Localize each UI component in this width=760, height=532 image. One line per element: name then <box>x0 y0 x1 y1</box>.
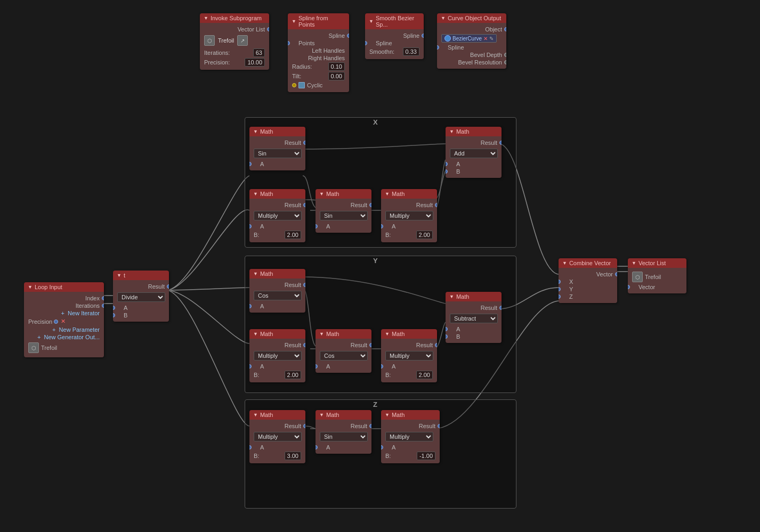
cyclic-checkbox[interactable] <box>298 82 305 88</box>
x-sin-node: ▼ Math Result Sin A <box>249 127 305 170</box>
new-param-row: + New Parameter <box>28 326 100 333</box>
vector-list-port <box>267 27 269 31</box>
t-divide-node: ▼ t Result Divide A B <box>113 271 169 322</box>
subprogram-icon[interactable]: ⬡ <box>204 35 215 46</box>
z-mult1-node: ▼ Math Result Multiply A B: 3.00 <box>249 410 305 463</box>
z-mult2-op[interactable]: Multiply <box>385 432 433 441</box>
link-icon[interactable]: ↗ <box>237 35 248 46</box>
index-row: Index <box>28 294 100 302</box>
x-sin-result-port <box>303 141 305 145</box>
vector-list-right-title: Vector List <box>638 260 666 266</box>
x-mult2-a-port <box>381 224 383 228</box>
x-add-node: ▼ Math Result Add A B <box>446 127 502 178</box>
smooth-spline-output: Spline <box>369 32 419 39</box>
y-subtract-result-port <box>499 306 502 310</box>
y-group-label: Y <box>373 257 378 265</box>
curve-spline-input: Spline <box>441 44 502 51</box>
x-mult1-op[interactable]: Multiply <box>254 211 302 220</box>
t-result-row: Result <box>117 283 165 290</box>
x-group-label: X <box>373 118 378 126</box>
x-mult2-b-value[interactable]: 2.00 <box>416 231 433 239</box>
bezier-tag: BezierCurve ✕ ✎ <box>441 34 497 43</box>
y-cos2-result-port <box>369 343 371 347</box>
loop-input-title: Loop Input <box>35 284 62 290</box>
combine-vector-port <box>615 272 617 276</box>
bevel-res-port <box>504 60 506 64</box>
invoke-subprogram-node: ▼ Invoke Subprogram Vector List ⬡ Trefoi… <box>200 13 269 70</box>
bezier-close[interactable]: ✕ <box>483 36 488 42</box>
smooth-bezier-header: ▼ Smooth Bezier Sp... <box>365 13 424 29</box>
y-cos2-a-port <box>316 364 318 369</box>
z-mult1-b-value[interactable]: 3.00 <box>285 452 301 460</box>
radius-value[interactable]: 0.10 <box>328 62 345 71</box>
spline-from-points-title: Spline from Points <box>298 15 345 28</box>
y-mult2-b-value[interactable]: 2.00 <box>416 371 433 379</box>
smoothn-value[interactable]: 0.33 <box>403 47 419 56</box>
spline-from-points-header: ▼ Spline from Points <box>288 13 349 29</box>
y-cos-node: ▼ Math Result Cos A <box>249 269 305 313</box>
tilt-value[interactable]: 0.00 <box>328 72 345 80</box>
combine-y-port <box>559 287 561 291</box>
precision-value[interactable]: 10.00 <box>245 58 265 67</box>
vector-list-output: Vector List <box>204 26 265 33</box>
radius-row: Radius: 0.10 <box>292 62 345 71</box>
y-mult1-b-value[interactable]: 2.00 <box>285 371 301 379</box>
vector-list-icon[interactable]: ⬡ <box>632 272 643 282</box>
trefoil-icon[interactable]: ⬡ <box>28 342 39 353</box>
bevel-res-row: Bevel Resolution <box>441 59 502 66</box>
new-gen-row: + New Generator Out... <box>28 333 100 341</box>
z-mult2-result-port <box>438 424 440 428</box>
y-mult1-a-port <box>249 364 252 369</box>
z-sin-result-port <box>369 424 371 428</box>
curve-output-header: ▼ Curve Object Output <box>437 13 506 23</box>
z-group-label: Z <box>373 400 377 408</box>
x-mult2-op[interactable]: Multiply <box>385 211 433 220</box>
smooth-bezier-node: ▼ Smooth Bezier Sp... Spline Spline Smoo… <box>365 13 424 59</box>
x-sin2-result-port <box>369 203 371 207</box>
x-sin-a-port <box>249 162 252 166</box>
y-mult1-op[interactable]: Multiply <box>254 351 302 361</box>
y-cos-result-port <box>303 283 305 287</box>
z-mult2-b-value[interactable]: -1.00 <box>417 452 435 460</box>
y-sub-a-port <box>446 327 448 331</box>
z-mult1-op[interactable]: Multiply <box>254 432 302 441</box>
x-sin-op[interactable]: Sin <box>254 149 302 158</box>
combine-vector-node: ▼ Combine Vector Vector X Y Z <box>559 258 617 303</box>
x-mult1-b-value[interactable]: 2.00 <box>285 231 301 239</box>
header-arrow: ▼ <box>204 15 208 21</box>
smooth-spline-input: Spline <box>369 39 419 47</box>
left-handles-row: Left Handles <box>292 47 345 54</box>
z-sin-op[interactable]: Sin <box>320 432 368 441</box>
iterations-value[interactable]: 63 <box>253 48 265 57</box>
y-sub-b-port <box>446 334 448 339</box>
y-cos-op[interactable]: Cos <box>254 291 302 300</box>
y-mult1-result-port <box>303 343 305 347</box>
t-op-select[interactable]: Divide <box>117 292 165 302</box>
x-add-b-port <box>446 169 448 174</box>
smooth-spline-in-port <box>365 41 367 45</box>
y-cos2-op[interactable]: Cos <box>320 351 368 361</box>
x-add-result-port <box>499 141 502 145</box>
z-mult2-a-port <box>381 445 383 449</box>
t-op-row[interactable]: Divide <box>117 290 165 304</box>
iterations-port <box>102 304 104 308</box>
invoke-subprogram-header: ▼ Invoke Subprogram <box>200 13 269 23</box>
iterations-out-row: Iterations <box>28 302 100 309</box>
x-add-op[interactable]: Add <box>450 149 498 158</box>
combine-vector-title: Combine Vector <box>569 260 611 266</box>
y-subtract-op[interactable]: Subtract <box>450 314 498 323</box>
x-sin2-op[interactable]: Sin <box>320 211 368 220</box>
x-sin-title: Math <box>260 128 273 135</box>
t-b-row: B <box>117 312 165 319</box>
smoothn-row: Smoothn: 0.33 <box>369 47 419 56</box>
y-mult2-node: ▼ Math Result Multiply A B: 2.00 <box>381 329 437 382</box>
y-cos2-node: ▼ Math Result Cos A <box>316 329 371 373</box>
tilt-row: Tilt: 0.00 <box>292 71 345 81</box>
points-port <box>288 41 290 45</box>
y-cos-a-port <box>249 304 252 308</box>
y-mult2-a-port <box>381 364 383 369</box>
y-mult2-op[interactable]: Multiply <box>385 351 433 361</box>
bezier-curve-row: BezierCurve ✕ ✎ <box>441 33 502 44</box>
new-iterator-row: + New Iterator <box>28 309 100 317</box>
bevel-depth-port <box>504 53 506 57</box>
